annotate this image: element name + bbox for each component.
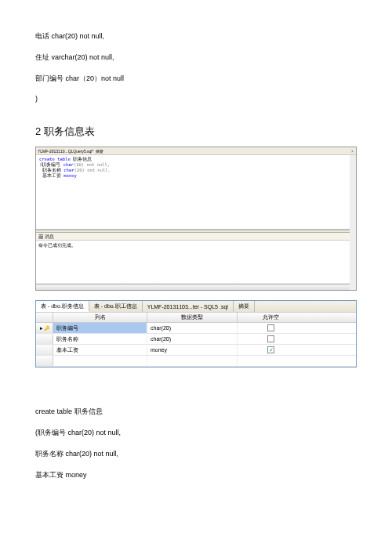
allow-null-checkbox[interactable]: ✓ [267, 346, 274, 353]
code-line: 电话 char(20) not null, [35, 31, 357, 42]
sql-args: (20) [74, 168, 85, 172]
code-line: 基本工资 money [35, 470, 357, 480]
allow-null-checkbox[interactable] [267, 335, 274, 342]
messages-pane: 命令已成功完成。 [36, 241, 356, 284]
close-icon[interactable]: × [351, 147, 354, 155]
tab-table-position[interactable]: 表 - dbo.职务信息 [36, 301, 89, 312]
code-line: 职务名称 char(20) not null, [35, 449, 357, 459]
row-handle[interactable]: ▸🔑 [36, 323, 53, 333]
sql-args: (20) [74, 162, 84, 167]
sql-ident: 基本工资 [42, 173, 61, 178]
sql-keyword: create [39, 157, 55, 161]
cell-colname[interactable]: 职务名称 [53, 334, 147, 344]
table-row[interactable]: 基本工资 money ✓ [36, 345, 356, 356]
code-line: ) [35, 95, 357, 103]
row-indicator-icon: ▸ [40, 325, 43, 331]
sql-type: char [64, 162, 74, 167]
cell-colname[interactable]: 职务编号 [53, 323, 147, 333]
tab-table-employee[interactable]: 表 - dbo.职工信息 [89, 301, 143, 312]
designer-tabbar: 表 - dbo.职务信息 表 - dbo.职工信息 YLMF-20131103.… [36, 301, 356, 312]
messages-tab[interactable]: ▦ 消息 [36, 233, 356, 241]
cell-datatype[interactable]: money [147, 345, 238, 355]
sql-tab-summary[interactable]: 摘要 [96, 147, 103, 155]
sql-ident: 职务编号 [42, 162, 60, 167]
table-row[interactable]: ▸🔑 职务编号 char(20) [36, 323, 356, 334]
table-designer-window: 表 - dbo.职务信息 表 - dbo.职工信息 YLMF-20131103.… [35, 300, 357, 368]
sql-tab-query[interactable]: YLMF-2013110...QLQuery5.sql* [38, 147, 93, 155]
tab-summary[interactable]: 摘要 [234, 301, 255, 312]
tab-sql-file[interactable]: YLMF-20131103...ter - SQL5 .sql [143, 301, 234, 312]
designer-column-header: 列名 数据类型 允许空 [36, 312, 356, 323]
code-line: 部门编号 char（20）not null [35, 74, 357, 84]
cell-colname[interactable]: 基本工资 [53, 345, 147, 355]
row-handle[interactable] [36, 356, 53, 366]
sql-type: char [64, 168, 74, 172]
cell-datatype[interactable]: char(20) [147, 323, 238, 333]
cell-datatype[interactable]: char(20) [147, 334, 238, 344]
header-colname: 列名 [53, 313, 147, 322]
sql-type: money [64, 173, 77, 178]
sql-ident: 职务名称 [42, 168, 61, 172]
row-handle[interactable] [36, 334, 53, 344]
sql-editor-tabbar: YLMF-2013110...QLQuery5.sql* 摘要 × [36, 147, 356, 155]
grid-icon: ▦ [38, 234, 43, 239]
code-line: (职务编号 char(20) not null, [35, 428, 357, 438]
messages-label: 消息 [45, 234, 54, 239]
header-allownull: 允许空 [238, 313, 304, 322]
message-text: 命令已成功完成。 [38, 243, 76, 248]
sql-editor-window: YLMF-2013110...QLQuery5.sql* 摘要 × create… [35, 147, 357, 291]
sql-nn: not null, [87, 168, 111, 172]
primary-key-icon: 🔑 [44, 325, 49, 331]
sql-code-pane[interactable]: create table 职务信息 (职务编号 char(20) not nul… [36, 155, 356, 230]
sql-keyword: table [57, 157, 71, 161]
allow-null-checkbox[interactable] [267, 324, 274, 331]
table-row-empty[interactable] [36, 356, 356, 367]
row-handle[interactable] [36, 345, 53, 355]
code-line: create table 职务信息 [35, 407, 357, 417]
section-heading: 2 职务信息表 [35, 125, 357, 139]
sql-ident: 职务信息 [73, 157, 92, 161]
header-datatype: 数据类型 [147, 313, 238, 322]
scrollbar-vertical[interactable] [350, 155, 356, 290]
table-row[interactable]: 职务名称 char(20) [36, 334, 356, 345]
sql-nn: not null, [86, 162, 110, 167]
code-line: 住址 varchar(20) not null, [35, 53, 357, 63]
status-bar [36, 284, 356, 290]
